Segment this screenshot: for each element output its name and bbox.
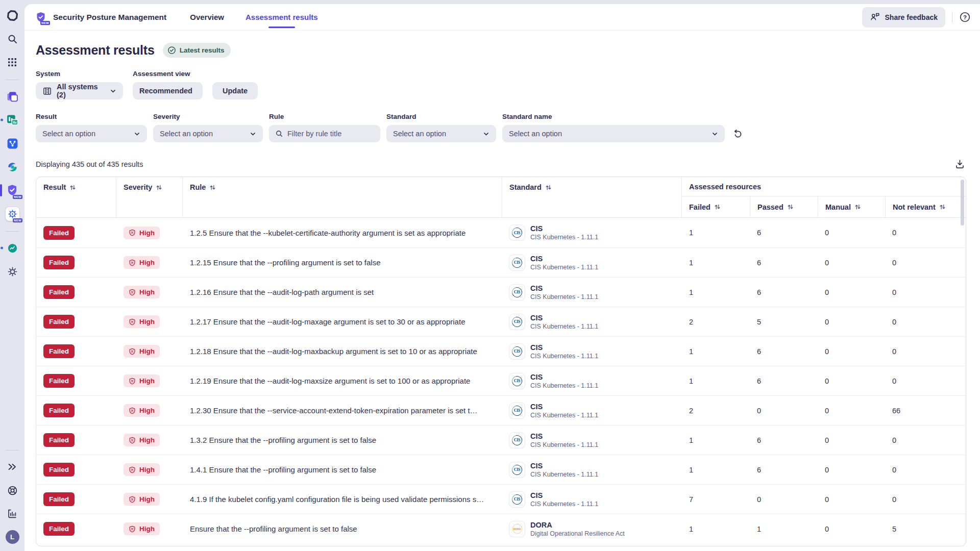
svg-text:?: ?: [963, 14, 967, 20]
standard-select-value: Select an option: [393, 130, 478, 138]
passed-count: 6: [750, 229, 818, 237]
severity-filter-label: Severity: [153, 113, 263, 120]
result-badge: Failed: [43, 404, 75, 417]
severity-badge: High: [124, 522, 160, 535]
system-field: System All systems (2): [36, 70, 123, 99]
column-header-rule[interactable]: Rule: [183, 177, 502, 217]
security-posture-app-icon[interactable]: NEW: [5, 183, 19, 197]
column-header-passed[interactable]: Passed: [750, 196, 818, 217]
assessment-view-select[interactable]: Recommended: [133, 82, 203, 99]
tab-assessment-results[interactable]: Assessment results: [246, 4, 318, 31]
reset-filters-icon[interactable]: [731, 127, 744, 140]
recent-app-icon[interactable]: [5, 241, 19, 255]
severity-badge: High: [124, 434, 160, 446]
share-feedback-button[interactable]: Share feedback: [862, 7, 946, 28]
rule-text: 1.2.17 Ensure that the --audit-log-maxag…: [183, 317, 502, 326]
not-relevant-count: 0: [885, 466, 966, 474]
table-body: Failed High 1.2.5 Ensure that the --kube…: [36, 218, 966, 546]
severity-select[interactable]: Select an option: [153, 125, 263, 142]
table-row[interactable]: Failed High 1.2.17 Ensure that the --aud…: [36, 307, 966, 336]
table-row[interactable]: Failed High 1.3.2 Ensure that the --prof…: [36, 425, 966, 455]
download-icon[interactable]: [953, 158, 966, 170]
table-row[interactable]: Failed High 1.2.30 Ensure that the --ser…: [36, 395, 966, 425]
table-scrollbar[interactable]: [961, 180, 964, 226]
update-button[interactable]: Update: [212, 82, 258, 99]
not-relevant-count: 0: [885, 229, 966, 237]
expand-rail-icon[interactable]: [5, 460, 19, 474]
standard-subtitle: CIS Kubernetes - 1.11.1: [530, 412, 598, 419]
passed-count: 6: [750, 436, 818, 444]
latest-results-label: Latest results: [180, 46, 225, 54]
standard-icon: [509, 285, 525, 300]
standard-icon: [509, 255, 525, 270]
severity-shield-icon: [129, 259, 136, 266]
infrastructure-app-icon[interactable]: [5, 160, 19, 174]
column-header-manual[interactable]: Manual: [818, 196, 885, 217]
table-row[interactable]: Failed High 4.1.9 If the kubelet config.…: [36, 484, 966, 514]
severity-shield-icon: [129, 466, 136, 473]
rule-text: 1.2.15 Ensure that the --profiling argum…: [183, 258, 502, 267]
standard-name: CIS: [530, 491, 598, 499]
table-row[interactable]: Failed High 1.2.15 Ensure that the --pro…: [36, 247, 966, 277]
standard-select[interactable]: Select an option: [386, 125, 496, 142]
result-select[interactable]: Select an option: [36, 125, 147, 142]
rule-filter-input[interactable]: [287, 130, 374, 138]
manual-count: 0: [818, 259, 885, 267]
severity-shield-icon: [129, 525, 136, 533]
sort-icon: [939, 204, 946, 210]
column-header-not-relevant[interactable]: Not relevant: [885, 196, 966, 217]
system-value: All systems (2): [57, 83, 105, 99]
failed-count: 2: [682, 407, 750, 415]
column-header-severity[interactable]: Severity: [116, 177, 183, 217]
rule-filter-field: Rule: [269, 113, 380, 142]
not-relevant-count: 5: [885, 525, 966, 533]
chevron-down-icon: [110, 88, 116, 94]
topbar-divider: [952, 12, 952, 23]
new-badge: NEW: [13, 218, 22, 222]
result-badge: Failed: [43, 522, 75, 536]
standard-name: CIS: [530, 255, 598, 263]
severity-badge: High: [124, 493, 160, 506]
clusters-app-icon[interactable]: [5, 89, 19, 104]
system-select[interactable]: All systems (2): [36, 82, 123, 99]
result-badge: Failed: [43, 315, 75, 329]
table-row[interactable]: Failed High 1.2.18 Ensure that the --aud…: [36, 336, 966, 366]
table-row[interactable]: Failed High 1.2.19 Ensure that the --aud…: [36, 366, 966, 395]
column-header-result[interactable]: Result: [36, 177, 116, 217]
chevron-down-icon: [712, 131, 718, 137]
table-row[interactable]: Failed High 1.4.1 Ensure that the --prof…: [36, 455, 966, 484]
settings-app-icon[interactable]: [5, 264, 19, 279]
workflows-app-icon[interactable]: [5, 136, 19, 151]
help-icon[interactable]: ?: [959, 11, 971, 23]
standard-name: DORA: [530, 521, 625, 529]
passed-count: 5: [750, 318, 818, 326]
standard-subtitle: CIS Kubernetes - 1.11.1: [530, 293, 598, 300]
standard-name-select[interactable]: Select an option: [502, 125, 725, 142]
table-row[interactable]: Failed High 1.2.16 Ensure that the --aud…: [36, 277, 966, 307]
audit-log-icon[interactable]: [5, 507, 19, 521]
dynatrace-logo-icon[interactable]: [5, 8, 19, 22]
assessment-view-label: Assessment view: [133, 70, 203, 78]
apps-grid-icon[interactable]: [5, 55, 19, 69]
search-icon[interactable]: [5, 32, 19, 46]
severity-badge: High: [124, 463, 160, 476]
dashboards-app-icon[interactable]: [5, 113, 19, 127]
kubernetes-app-icon[interactable]: NEW: [5, 207, 19, 221]
user-avatar[interactable]: L: [6, 530, 19, 544]
help-lifebuoy-icon[interactable]: [5, 483, 19, 497]
manual-count: 0: [818, 229, 885, 237]
standard-icon: [509, 403, 525, 418]
not-relevant-count: 0: [885, 259, 966, 267]
rule-text: 1.2.5 Ensure that the --kubelet-certific…: [183, 229, 502, 237]
rule-text: 1.2.16 Ensure that the --audit-log-path …: [183, 288, 502, 296]
table-row[interactable]: Failed High 1.2.5 Ensure that the --kube…: [36, 218, 966, 247]
notification-dot: [1, 119, 3, 121]
column-header-failed[interactable]: Failed: [682, 196, 750, 217]
assessment-view-field: Assessment view Recommended: [133, 70, 203, 99]
tab-overview[interactable]: Overview: [190, 4, 224, 31]
severity-filter-field: Severity Select an option: [153, 113, 263, 142]
severity-badge: High: [124, 345, 160, 358]
active-app-indicator: [0, 184, 2, 196]
column-header-standard[interactable]: Standard: [502, 177, 682, 217]
table-row[interactable]: Failed High Ensure that the --profiling …: [36, 514, 966, 543]
